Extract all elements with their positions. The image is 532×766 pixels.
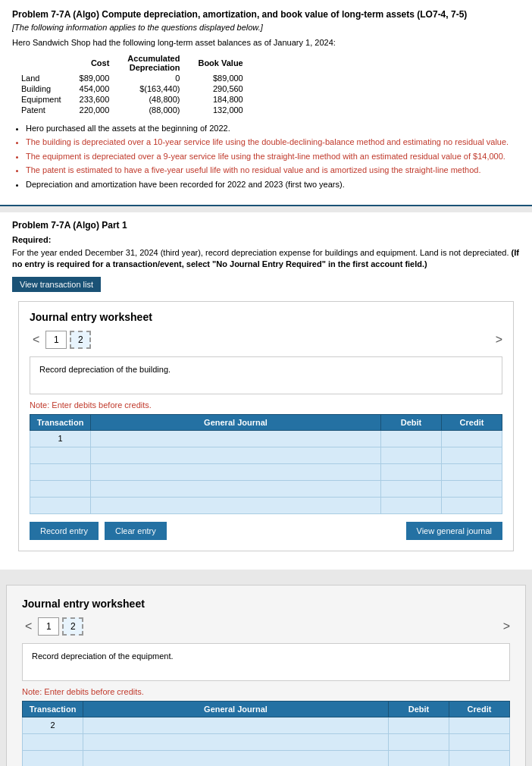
tab-1-btn-2[interactable]: 2 (70, 331, 91, 349)
col-transaction-2: Transaction (23, 701, 83, 717)
asset-cell-2-1: 233,600 (70, 94, 119, 105)
jt2-cell-0-3[interactable] (449, 717, 510, 733)
jt1-cell-4-2[interactable] (381, 497, 442, 513)
clear-entry-button-1[interactable]: Clear entry (105, 522, 167, 540)
asset-cell-2-3: 184,800 (189, 94, 252, 105)
worksheet1-title: Journal entry worksheet (30, 311, 502, 323)
prev-tab-arrow-2[interactable]: < (22, 620, 35, 633)
jt1-cell-4-3[interactable] (442, 497, 502, 513)
bullet-item-1: The building is depreciated over a 10-ye… (26, 137, 520, 148)
jt2-cell-1-0 (23, 733, 83, 750)
col-general-journal-1: General Journal (91, 414, 381, 430)
bullet-list: Hero purchased all the assets at the beg… (12, 123, 520, 190)
next-tab-arrow-2[interactable]: > (503, 620, 510, 633)
bullet-item-4: Depreciation and amortization have been … (26, 179, 520, 190)
jt2-cell-1-2[interactable] (389, 733, 449, 750)
col-credit-1: Credit (442, 414, 502, 430)
tab-2-btn-2[interactable]: 2 (62, 617, 83, 636)
asset-cell-1-1: 454,000 (70, 83, 119, 94)
jt1-cell-3-2[interactable] (381, 480, 442, 497)
asset-cell-1-3: 290,560 (189, 83, 252, 94)
journal-worksheet-2: Journal entry worksheet < 1 2 > Record d… (6, 585, 526, 766)
required-text-main: For the year ended December 31, 2024 (th… (12, 248, 509, 257)
instruction-box-1: Record depreciation of the building. (30, 356, 502, 394)
jt1-cell-1-2[interactable] (381, 447, 442, 463)
prev-tab-arrow-1[interactable]: < (30, 333, 42, 347)
jt1-cell-0-2[interactable] (381, 430, 442, 447)
jt1-cell-1-1[interactable] (91, 447, 381, 463)
asset-cell-3-2: (88,000) (118, 105, 189, 115)
jt1-cell-4-0 (30, 497, 91, 513)
col-debit-1: Debit (381, 414, 442, 430)
jt2-cell-0-2[interactable] (389, 717, 449, 733)
part-section: Problem 7-7A (Algo) Part 1 Required: For… (0, 212, 532, 570)
problem-title: Problem 7-7A (Algo) Compute depreciation… (12, 9, 520, 20)
italic-note: [The following information applies to th… (12, 23, 520, 32)
record-entry-button-1[interactable]: Record entry (30, 522, 99, 540)
jt2-cell-2-0 (23, 750, 83, 766)
view-transaction-list-button[interactable]: View transaction list (12, 277, 101, 292)
next-tab-arrow-1[interactable]: > (496, 333, 502, 347)
jt2-cell-0-1[interactable] (83, 717, 389, 733)
col-transaction-1: Transaction (30, 414, 91, 430)
asset-cell-1-2: $(163,440) (118, 83, 189, 94)
bullet-item-2: The equipment is depreciated over a 9-ye… (26, 151, 520, 162)
jt1-cell-3-0 (30, 480, 91, 497)
jt1-cell-0-1[interactable] (91, 430, 381, 447)
jt1-cell-2-3[interactable] (442, 463, 502, 480)
bullet-item-3: The patent is estimated to have a five-y… (26, 165, 520, 176)
col-header-name (12, 53, 70, 73)
action-btns-1: Record entry Clear entry View general jo… (30, 522, 502, 540)
jt1-cell-2-1[interactable] (91, 463, 381, 480)
top-section: Problem 7-7A (Algo) Compute depreciation… (0, 0, 532, 206)
instruction-box-2: Record depreciation of the equipment. (22, 643, 510, 681)
jt1-cell-0-0: 1 (30, 430, 91, 447)
jt2-cell-1-1[interactable] (83, 733, 389, 750)
jt2-cell-2-2[interactable] (389, 750, 449, 766)
col-header-cost: Cost (70, 53, 119, 73)
tab-nav-2: < 1 2 > (22, 617, 510, 636)
col-credit-2: Credit (449, 701, 510, 717)
asset-cell-0-2: 0 (118, 73, 189, 83)
jt1-cell-4-1[interactable] (91, 497, 381, 513)
section-divider (0, 206, 532, 212)
required-text: For the year ended December 31, 2024 (th… (12, 247, 520, 271)
asset-cell-1-0: Building (12, 83, 70, 94)
view-general-journal-button-1[interactable]: View general journal (406, 522, 502, 540)
asset-table: Cost AccumulatedDepreciation Book Value … (12, 53, 252, 115)
asset-cell-3-3: 132,000 (189, 105, 252, 115)
journal-table-1: Transaction General Journal Debit Credit… (30, 414, 502, 514)
asset-cell-3-0: Patent (12, 105, 70, 115)
col-header-book: Book Value (189, 53, 252, 73)
jt1-cell-0-3[interactable] (442, 430, 502, 447)
worksheet2-title: Journal entry worksheet (22, 598, 510, 610)
col-general-journal-2: General Journal (83, 701, 389, 717)
instruction-text-2: Record depreciation of the equipment. (32, 651, 174, 661)
journal-worksheet-1: Journal entry worksheet < 1 2 > Record d… (18, 301, 514, 551)
jt1-cell-3-3[interactable] (442, 480, 502, 497)
jt1-cell-1-0 (30, 447, 91, 463)
journal-table-2: Transaction General Journal Debit Credit… (22, 701, 510, 766)
tab-2-btn-1[interactable]: 1 (38, 617, 59, 636)
note-text-2: Note: Enter debits before credits. (22, 687, 510, 696)
jt2-cell-2-3[interactable] (449, 750, 510, 766)
asset-cell-2-2: (48,800) (118, 94, 189, 105)
tab-1-btn-1[interactable]: 1 (45, 331, 67, 349)
bullet-item-0: Hero purchased all the assets at the beg… (26, 123, 520, 134)
asset-cell-0-0: Land (12, 73, 70, 83)
note-text-1: Note: Enter debits before credits. (30, 400, 502, 410)
asset-cell-2-0: Equipment (12, 94, 70, 105)
jt2-cell-1-3[interactable] (449, 733, 510, 750)
asset-cell-3-1: 220,000 (70, 105, 119, 115)
worksheet2-section: Journal entry worksheet < 1 2 > Record d… (0, 570, 532, 766)
jt2-cell-2-1[interactable] (83, 750, 389, 766)
jt1-cell-1-3[interactable] (442, 447, 502, 463)
tab-nav-1: < 1 2 > (30, 331, 502, 349)
jt1-cell-2-0 (30, 463, 91, 480)
asset-cell-0-1: $89,000 (70, 73, 119, 83)
intro-text: Hero Sandwich Shop had the following lon… (12, 38, 520, 47)
col-debit-2: Debit (389, 701, 449, 717)
required-label: Required: (12, 235, 520, 244)
jt1-cell-3-1[interactable] (91, 480, 381, 497)
jt1-cell-2-2[interactable] (381, 463, 442, 480)
